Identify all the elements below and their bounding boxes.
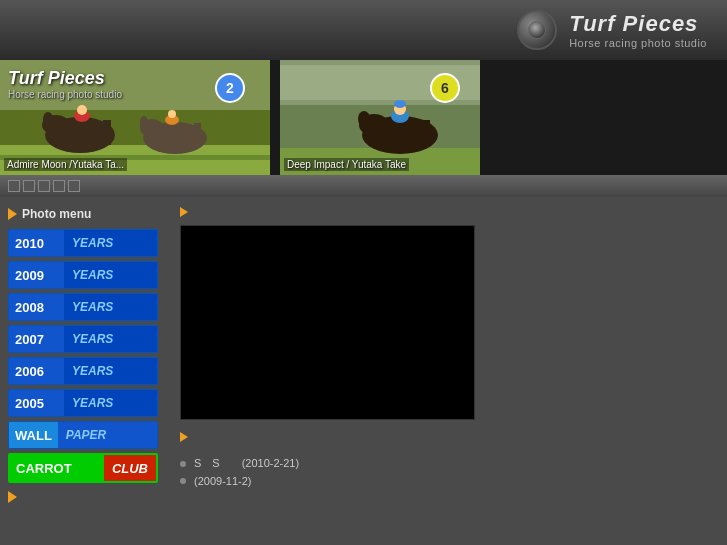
wallpaper-label-left: WALL bbox=[9, 422, 58, 448]
header-title: Turf Pieces bbox=[569, 11, 707, 37]
year-num-2006: 2006 bbox=[9, 358, 64, 384]
svg-point-24 bbox=[168, 110, 176, 118]
svg-rect-8 bbox=[103, 120, 111, 145]
nav-item-2[interactable] bbox=[23, 180, 35, 192]
year-btn-2008[interactable]: 2008 YEARS bbox=[8, 293, 158, 321]
banner-gap bbox=[270, 60, 280, 175]
sidebar-title: Photo menu bbox=[8, 207, 167, 221]
year-num-2007: 2007 bbox=[9, 326, 64, 352]
svg-point-10 bbox=[43, 112, 53, 126]
year-label-2006: YEARS bbox=[64, 358, 157, 384]
svg-rect-31 bbox=[388, 118, 396, 145]
svg-point-38 bbox=[394, 100, 406, 108]
year-label-2008: YEARS bbox=[64, 294, 157, 320]
sidebar-bottom-play-icon bbox=[8, 491, 17, 503]
svg-point-12 bbox=[77, 105, 87, 115]
year-label-2007: YEARS bbox=[64, 326, 157, 352]
banner-brand-sub: Horse racing photo studio bbox=[8, 89, 122, 100]
year-btn-2006[interactable]: 2006 YEARS bbox=[8, 357, 158, 385]
year-num-2009: 2009 bbox=[9, 262, 64, 288]
list-item-text-1: (2009-11-2) bbox=[194, 475, 251, 487]
header-subtitle: Horse racing photo studio bbox=[569, 37, 707, 49]
sidebar-bottom-area bbox=[8, 491, 167, 503]
year-btn-2005[interactable]: 2005 YEARS bbox=[8, 389, 158, 417]
banner-caption-left: Admire Moon /Yutaka Ta... bbox=[4, 158, 127, 171]
banner: Turf Pieces Horse racing photo studio bbox=[0, 60, 727, 175]
year-btn-2009[interactable]: 2009 YEARS bbox=[8, 261, 158, 289]
nav-item-5[interactable] bbox=[68, 180, 80, 192]
carrot-club-button[interactable]: CARROT CLUB bbox=[8, 453, 158, 483]
nav-item-4[interactable] bbox=[53, 180, 65, 192]
list-item-1[interactable]: (2009-11-2) bbox=[180, 473, 717, 489]
year-btn-2010[interactable]: 2010 YEARS bbox=[8, 229, 158, 257]
svg-rect-33 bbox=[422, 120, 430, 146]
year-btn-2007[interactable]: 2007 YEARS bbox=[8, 325, 158, 353]
svg-rect-18 bbox=[165, 122, 172, 146]
banner-caption-right: Deep Impact / Yutaka Take bbox=[284, 158, 409, 171]
wallpaper-button[interactable]: WALL PAPER bbox=[8, 421, 158, 449]
header-logo: Turf Pieces Horse racing photo studio bbox=[517, 10, 707, 50]
svg-rect-20 bbox=[194, 123, 201, 147]
video-bottom-play bbox=[180, 432, 717, 442]
svg-rect-19 bbox=[182, 125, 189, 147]
banner-brand: Turf Pieces bbox=[8, 68, 122, 89]
list-item-0[interactable]: S S (2010-2-21) bbox=[180, 454, 717, 473]
sidebar: Photo menu 2010 YEARS 2009 YEARS 2008 YE… bbox=[0, 197, 175, 545]
banner-overlay: Turf Pieces Horse racing photo studio bbox=[8, 68, 122, 100]
bullet-0 bbox=[180, 461, 186, 467]
main-content: Photo menu 2010 YEARS 2009 YEARS 2008 YE… bbox=[0, 197, 727, 545]
carrot-label-right: CLUB bbox=[104, 455, 156, 481]
year-label-2010: YEARS bbox=[64, 230, 157, 256]
wallpaper-label-right: PAPER bbox=[58, 422, 157, 448]
year-label-2009: YEARS bbox=[64, 262, 157, 288]
header-text: Turf Pieces Horse racing photo studio bbox=[569, 11, 707, 49]
svg-point-35 bbox=[358, 111, 370, 127]
nav-item-3[interactable] bbox=[38, 180, 50, 192]
sidebar-play-icon bbox=[8, 208, 17, 220]
video-area[interactable] bbox=[180, 225, 475, 420]
svg-point-22 bbox=[140, 116, 148, 128]
svg-text:2: 2 bbox=[226, 80, 234, 96]
svg-rect-6 bbox=[70, 118, 78, 144]
list-area: S S (2010-2-21) (2009-11-2) bbox=[180, 454, 717, 489]
top-header: Turf Pieces Horse racing photo studio bbox=[0, 0, 727, 60]
nav-item-1[interactable] bbox=[8, 180, 20, 192]
svg-text:6: 6 bbox=[441, 80, 449, 96]
nav-bar bbox=[0, 175, 727, 197]
bullet-1 bbox=[180, 478, 186, 484]
list-item-text-0: S S (2010-2-21) bbox=[194, 456, 299, 471]
video-play-icon bbox=[180, 432, 188, 442]
banner-photo-right: 6 Deep Impact / Yutaka Take bbox=[280, 60, 480, 175]
svg-rect-32 bbox=[408, 122, 416, 147]
content-play-icon bbox=[180, 207, 188, 217]
content-top-play bbox=[180, 207, 717, 217]
svg-rect-7 bbox=[90, 122, 98, 146]
right-content: S S (2010-2-21) (2009-11-2) bbox=[175, 197, 727, 545]
camera-lens bbox=[528, 21, 546, 39]
year-num-2008: 2008 bbox=[9, 294, 64, 320]
sidebar-title-text: Photo menu bbox=[22, 207, 91, 221]
camera-icon bbox=[517, 10, 557, 50]
year-label-2005: YEARS bbox=[64, 390, 157, 416]
year-num-2005: 2005 bbox=[9, 390, 64, 416]
carrot-label-left: CARROT bbox=[10, 455, 104, 481]
year-num-2010: 2010 bbox=[9, 230, 64, 256]
